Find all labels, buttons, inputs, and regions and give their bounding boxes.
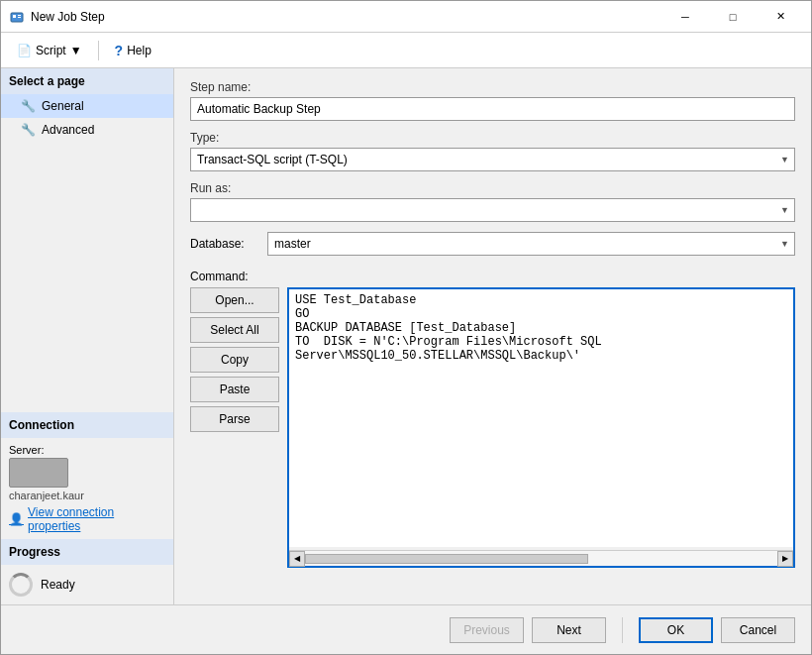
sidebar-advanced-label: Advanced [42,123,94,137]
server-label: Server: [9,444,165,456]
scroll-right-button[interactable]: ▶ [777,551,793,567]
previous-button[interactable]: Previous [450,617,524,643]
help-button[interactable]: ? Help [107,39,159,62]
step-name-label: Step name: [190,80,795,94]
type-row: Type: Transact-SQL script (T-SQL) [190,131,795,171]
database-select[interactable]: master [267,232,795,256]
help-icon: ? [115,43,124,58]
ok-button[interactable]: OK [639,617,713,643]
view-connection-link[interactable]: 👤 View connection properties [9,505,165,533]
help-label: Help [127,44,152,57]
parse-button[interactable]: Parse [190,406,279,432]
command-buttons: Open... Select All Copy Paste Parse [190,287,279,568]
bottom-bar: Previous Next OK Cancel [1,604,811,654]
type-select-wrapper: Transact-SQL script (T-SQL) [190,148,795,171]
horizontal-scrollbar[interactable]: ◀ ▶ [289,550,793,566]
database-select-wrapper: master [267,232,795,256]
footer-separator [622,617,623,643]
type-label: Type: [190,131,795,145]
main-content: Select a page 🔧 General 🔧 Advanced Conne… [1,68,811,604]
svg-rect-3 [18,17,21,18]
window: New Job Step ─ □ ✕ 📄 Script ▼ ? Help Sel… [0,0,812,655]
server-avatar [9,458,68,488]
command-textarea-wrapper: ◀ ▶ [287,287,795,568]
sidebar: Select a page 🔧 General 🔧 Advanced Conne… [1,68,174,604]
sidebar-item-advanced[interactable]: 🔧 Advanced [1,118,173,142]
scroll-left-button[interactable]: ◀ [289,551,305,567]
script-button[interactable]: 📄 Script ▼ [9,40,90,61]
command-section: Open... Select All Copy Paste Parse ◀ ▶ [190,287,795,568]
advanced-icon: 🔧 [21,123,36,137]
step-name-row: Step name: [190,80,795,121]
toolbar-separator [98,41,99,60]
progress-spinner [9,573,33,597]
svg-rect-2 [18,15,21,16]
database-label: Database: [190,237,259,251]
close-button[interactable]: ✕ [758,2,803,32]
run-as-select-wrapper [190,198,795,222]
maximize-button[interactable]: □ [710,2,756,32]
cancel-button[interactable]: Cancel [721,617,795,643]
open-button[interactable]: Open... [190,287,279,313]
svg-rect-1 [13,15,16,18]
toolbar: 📄 Script ▼ ? Help [1,33,811,68]
paste-button[interactable]: Paste [190,377,279,402]
window-icon [9,9,25,25]
type-select[interactable]: Transact-SQL script (T-SQL) [190,148,795,171]
connection-icon: 👤 [9,512,24,526]
form-area: Step name: Type: Transact-SQL script (T-… [174,68,811,604]
progress-content: Ready [1,565,173,604]
command-textarea[interactable] [289,289,793,547]
step-name-input[interactable] [190,97,795,121]
minimize-button[interactable]: ─ [662,2,708,32]
script-icon: 📄 [17,44,32,57]
general-icon: 🔧 [21,99,36,113]
view-connection-label: View connection properties [28,505,165,533]
progress-header: Progress [1,539,173,565]
svg-rect-0 [11,13,23,22]
copy-button[interactable]: Copy [190,347,279,373]
progress-status: Ready [41,578,75,592]
database-row: Database: master [190,232,795,256]
run-as-row: Run as: [190,181,795,222]
run-as-select[interactable] [190,198,795,222]
command-label-row: Command: [190,264,795,283]
connection-content: Server: charanjeet.kaur 👤 View connectio… [1,438,173,539]
sidebar-general-label: General [42,99,84,113]
select-page-header: Select a page [1,68,173,94]
sidebar-item-general[interactable]: 🔧 General [1,94,173,118]
script-label: Script [36,44,66,57]
title-controls: ─ □ ✕ [662,2,803,32]
command-label: Command: [190,270,259,283]
script-dropdown-icon: ▼ [70,44,82,57]
username: charanjeet.kaur [9,490,165,501]
run-as-label: Run as: [190,181,795,195]
select-all-button[interactable]: Select All [190,317,279,343]
title-bar: New Job Step ─ □ ✕ [1,1,811,33]
scroll-track [305,554,588,564]
next-button[interactable]: Next [532,617,606,643]
connection-header: Connection [1,412,173,438]
title-text: New Job Step [31,10,657,24]
